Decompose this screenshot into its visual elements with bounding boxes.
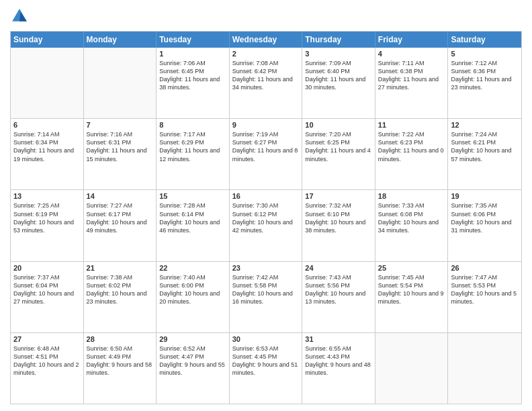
calendar: SundayMondayTuesdayWednesdayThursdayFrid… bbox=[10, 31, 522, 404]
day-number: 19 bbox=[451, 192, 519, 200]
day-number: 29 bbox=[159, 335, 226, 343]
day-number: 27 bbox=[13, 335, 81, 343]
cal-cell bbox=[11, 48, 84, 118]
cal-cell: 31Sunrise: 6:55 AM Sunset: 4:43 PM Dayli… bbox=[302, 333, 375, 404]
cal-cell: 16Sunrise: 7:30 AM Sunset: 6:12 PM Dayli… bbox=[230, 190, 303, 261]
cell-info: Sunrise: 7:32 AM Sunset: 6:10 PM Dayligh… bbox=[305, 201, 372, 234]
logo-icon bbox=[10, 7, 29, 26]
cell-info: Sunrise: 6:50 AM Sunset: 4:49 PM Dayligh… bbox=[87, 345, 154, 377]
calendar-body: 1Sunrise: 7:06 AM Sunset: 6:45 PM Daylig… bbox=[11, 48, 521, 404]
cell-info: Sunrise: 7:30 AM Sunset: 6:12 PM Dayligh… bbox=[232, 201, 300, 234]
cal-cell: 2Sunrise: 7:08 AM Sunset: 6:42 PM Daylig… bbox=[230, 48, 303, 118]
cal-cell: 8Sunrise: 7:17 AM Sunset: 6:29 PM Daylig… bbox=[157, 119, 230, 189]
cell-info: Sunrise: 7:14 AM Sunset: 6:34 PM Dayligh… bbox=[13, 130, 81, 163]
day-number: 7 bbox=[87, 121, 154, 129]
page: SundayMondayTuesdayWednesdayThursdayFrid… bbox=[0, 0, 532, 411]
cal-cell: 6Sunrise: 7:14 AM Sunset: 6:34 PM Daylig… bbox=[11, 119, 84, 189]
day-number: 11 bbox=[378, 121, 445, 129]
cell-info: Sunrise: 7:06 AM Sunset: 6:45 PM Dayligh… bbox=[159, 59, 226, 92]
cal-cell: 14Sunrise: 7:27 AM Sunset: 6:17 PM Dayli… bbox=[84, 190, 157, 261]
week-row-2: 6Sunrise: 7:14 AM Sunset: 6:34 PM Daylig… bbox=[11, 119, 521, 190]
header-day-saturday: Saturday bbox=[448, 32, 521, 48]
day-number: 14 bbox=[87, 192, 154, 200]
cell-info: Sunrise: 7:19 AM Sunset: 6:27 PM Dayligh… bbox=[232, 130, 300, 163]
cell-info: Sunrise: 7:11 AM Sunset: 6:38 PM Dayligh… bbox=[378, 59, 445, 92]
cal-cell: 17Sunrise: 7:32 AM Sunset: 6:10 PM Dayli… bbox=[302, 190, 375, 261]
cell-info: Sunrise: 7:17 AM Sunset: 6:29 PM Dayligh… bbox=[159, 130, 226, 163]
cell-info: Sunrise: 7:25 AM Sunset: 6:19 PM Dayligh… bbox=[13, 201, 81, 234]
day-number: 26 bbox=[451, 264, 519, 272]
cell-info: Sunrise: 7:45 AM Sunset: 5:54 PM Dayligh… bbox=[378, 273, 445, 306]
day-number: 12 bbox=[451, 121, 519, 129]
cal-cell: 7Sunrise: 7:16 AM Sunset: 6:31 PM Daylig… bbox=[84, 119, 157, 189]
cal-cell: 26Sunrise: 7:47 AM Sunset: 5:53 PM Dayli… bbox=[448, 262, 521, 332]
calendar-header: SundayMondayTuesdayWednesdayThursdayFrid… bbox=[11, 32, 521, 48]
cal-cell: 1Sunrise: 7:06 AM Sunset: 6:45 PM Daylig… bbox=[157, 48, 230, 118]
cal-cell: 11Sunrise: 7:22 AM Sunset: 6:23 PM Dayli… bbox=[375, 119, 449, 189]
svg-marker-1 bbox=[19, 12, 27, 21]
cal-cell: 29Sunrise: 6:52 AM Sunset: 4:47 PM Dayli… bbox=[157, 333, 230, 404]
cal-cell: 25Sunrise: 7:45 AM Sunset: 5:54 PM Dayli… bbox=[375, 262, 449, 332]
cal-cell: 23Sunrise: 7:42 AM Sunset: 5:58 PM Dayli… bbox=[230, 262, 303, 332]
header bbox=[10, 7, 522, 26]
day-number: 31 bbox=[305, 335, 372, 343]
cal-cell: 9Sunrise: 7:19 AM Sunset: 6:27 PM Daylig… bbox=[230, 119, 303, 189]
cal-cell: 28Sunrise: 6:50 AM Sunset: 4:49 PM Dayli… bbox=[84, 333, 157, 404]
day-number: 23 bbox=[232, 264, 300, 272]
day-number: 25 bbox=[378, 264, 445, 272]
day-number: 18 bbox=[378, 192, 445, 200]
cal-cell: 27Sunrise: 6:48 AM Sunset: 4:51 PM Dayli… bbox=[11, 333, 84, 404]
cell-info: Sunrise: 7:08 AM Sunset: 6:42 PM Dayligh… bbox=[232, 59, 300, 92]
header-day-sunday: Sunday bbox=[11, 32, 84, 48]
cell-info: Sunrise: 7:22 AM Sunset: 6:23 PM Dayligh… bbox=[378, 130, 445, 163]
cell-info: Sunrise: 6:48 AM Sunset: 4:51 PM Dayligh… bbox=[13, 345, 81, 377]
cell-info: Sunrise: 7:33 AM Sunset: 6:08 PM Dayligh… bbox=[378, 201, 445, 234]
day-number: 21 bbox=[87, 264, 154, 272]
cal-cell: 15Sunrise: 7:28 AM Sunset: 6:14 PM Dayli… bbox=[157, 190, 230, 261]
cal-cell: 30Sunrise: 6:53 AM Sunset: 4:45 PM Dayli… bbox=[230, 333, 303, 404]
header-day-tuesday: Tuesday bbox=[157, 32, 230, 48]
header-day-wednesday: Wednesday bbox=[230, 32, 303, 48]
cal-cell: 10Sunrise: 7:20 AM Sunset: 6:25 PM Dayli… bbox=[302, 119, 375, 189]
cell-info: Sunrise: 7:27 AM Sunset: 6:17 PM Dayligh… bbox=[87, 201, 154, 234]
cell-info: Sunrise: 7:43 AM Sunset: 5:56 PM Dayligh… bbox=[305, 273, 372, 306]
header-day-monday: Monday bbox=[84, 32, 157, 48]
day-number: 22 bbox=[159, 264, 226, 272]
header-day-thursday: Thursday bbox=[302, 32, 375, 48]
cal-cell: 4Sunrise: 7:11 AM Sunset: 6:38 PM Daylig… bbox=[375, 48, 449, 118]
cell-info: Sunrise: 7:38 AM Sunset: 6:02 PM Dayligh… bbox=[87, 273, 154, 306]
cal-cell: 13Sunrise: 7:25 AM Sunset: 6:19 PM Dayli… bbox=[11, 190, 84, 261]
day-number: 17 bbox=[305, 192, 372, 200]
cal-cell bbox=[84, 48, 157, 118]
day-number: 24 bbox=[305, 264, 372, 272]
header-day-friday: Friday bbox=[375, 32, 449, 48]
day-number: 4 bbox=[378, 50, 445, 58]
cell-info: Sunrise: 6:53 AM Sunset: 4:45 PM Dayligh… bbox=[232, 345, 300, 377]
day-number: 10 bbox=[305, 121, 372, 129]
day-number: 16 bbox=[232, 192, 300, 200]
logo bbox=[10, 7, 32, 26]
day-number: 20 bbox=[13, 264, 81, 272]
cal-cell: 12Sunrise: 7:24 AM Sunset: 6:21 PM Dayli… bbox=[448, 119, 521, 189]
cal-cell: 22Sunrise: 7:40 AM Sunset: 6:00 PM Dayli… bbox=[157, 262, 230, 332]
cell-info: Sunrise: 7:09 AM Sunset: 6:40 PM Dayligh… bbox=[305, 59, 372, 92]
week-row-5: 27Sunrise: 6:48 AM Sunset: 4:51 PM Dayli… bbox=[11, 333, 521, 404]
cell-info: Sunrise: 7:20 AM Sunset: 6:25 PM Dayligh… bbox=[305, 130, 372, 163]
week-row-1: 1Sunrise: 7:06 AM Sunset: 6:45 PM Daylig… bbox=[11, 48, 521, 119]
cell-info: Sunrise: 7:16 AM Sunset: 6:31 PM Dayligh… bbox=[87, 130, 154, 163]
cell-info: Sunrise: 6:55 AM Sunset: 4:43 PM Dayligh… bbox=[305, 345, 372, 377]
cell-info: Sunrise: 7:47 AM Sunset: 5:53 PM Dayligh… bbox=[451, 273, 519, 306]
cell-info: Sunrise: 6:52 AM Sunset: 4:47 PM Dayligh… bbox=[159, 345, 226, 377]
cal-cell bbox=[448, 333, 521, 404]
day-number: 1 bbox=[159, 50, 226, 58]
day-number: 5 bbox=[451, 50, 519, 58]
cell-info: Sunrise: 7:35 AM Sunset: 6:06 PM Dayligh… bbox=[451, 201, 519, 234]
day-number: 30 bbox=[232, 335, 300, 343]
day-number: 13 bbox=[13, 192, 81, 200]
cal-cell: 19Sunrise: 7:35 AM Sunset: 6:06 PM Dayli… bbox=[448, 190, 521, 261]
cell-info: Sunrise: 7:37 AM Sunset: 6:04 PM Dayligh… bbox=[13, 273, 81, 306]
day-number: 9 bbox=[232, 121, 300, 129]
cell-info: Sunrise: 7:28 AM Sunset: 6:14 PM Dayligh… bbox=[159, 201, 226, 234]
week-row-3: 13Sunrise: 7:25 AM Sunset: 6:19 PM Dayli… bbox=[11, 190, 521, 261]
day-number: 2 bbox=[232, 50, 300, 58]
